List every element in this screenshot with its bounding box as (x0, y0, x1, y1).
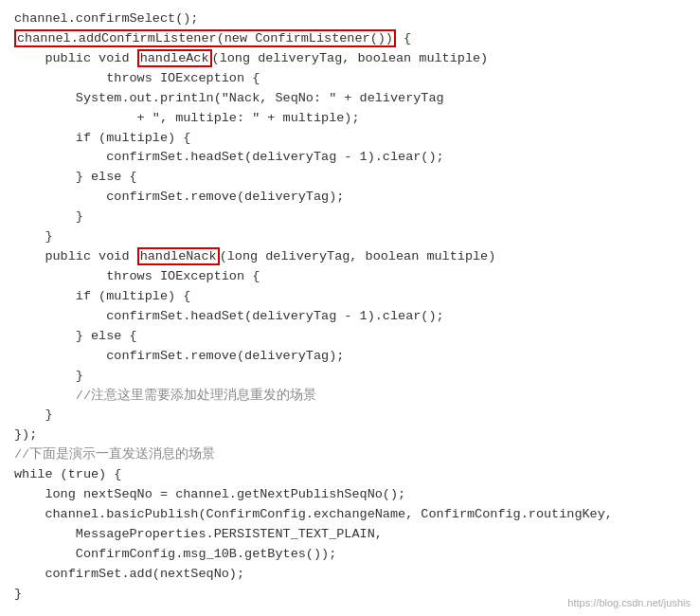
code-line-14: throws IOException { (14, 267, 686, 287)
code-line-20: //注意这里需要添加处理消息重发的场景 (14, 387, 686, 407)
code-line-11: } (14, 208, 686, 227)
code-line-22: }); (14, 426, 686, 445)
code-line-3: public void handleAck(long deliveryTag, … (14, 49, 686, 69)
code-line-26: channel.basicPublish(ConfirmConfig.excha… (14, 505, 686, 525)
code-line-6: + ", multiple: " + multiple); (14, 109, 686, 129)
code-line-8: confirmSet.headSet(deliveryTag - 1).clea… (14, 148, 686, 168)
code-line-28: ConfirmConfig.msg_10B.getBytes()); (14, 545, 686, 565)
code-line-18: confirmSet.remove(deliveryTag); (14, 347, 686, 367)
code-line-21: } (14, 406, 686, 426)
code-line-2: channel.addConfirmListener(new ConfirmLi… (14, 29, 686, 49)
code-line-15: if (multiple) { (14, 287, 686, 307)
code-line-12: } (14, 227, 686, 247)
code-line-1: channel.confirmSelect(); (14, 9, 686, 29)
code-line-27: MessageProperties.PERSISTENT_TEXT_PLAIN, (14, 525, 686, 545)
code-line-23: //下面是演示一直发送消息的场景 (14, 445, 686, 465)
code-line-29: confirmSet.add(nextSeqNo); (14, 565, 686, 585)
code-line-25: long nextSeqNo = channel.getNextPublishS… (14, 485, 686, 505)
code-line-4: throws IOException { (14, 69, 686, 89)
highlight-handlenack: handleNack (137, 247, 220, 265)
highlight-addconfirmlistener: channel.addConfirmListener(new ConfirmLi… (14, 29, 396, 47)
code-line-19: } (14, 367, 686, 387)
code-line-16: confirmSet.headSet(deliveryTag - 1).clea… (14, 307, 686, 327)
code-line-10: confirmSet.remove(deliveryTag); (14, 188, 686, 208)
code-line-9: } else { (14, 168, 686, 188)
code-line-17: } else { (14, 327, 686, 347)
watermark: https://blog.csdn.net/jushis (567, 597, 691, 608)
code-line-24: while (true) { (14, 465, 686, 485)
code-line-13: public void handleNack(long deliveryTag,… (14, 247, 686, 267)
highlight-handleack: handleAck (137, 49, 212, 67)
code-line-7: if (multiple) { (14, 129, 686, 149)
code-line-5: System.out.println("Nack, SeqNo: " + del… (14, 89, 686, 109)
code-container: channel.confirmSelect(); channel.addConf… (0, 0, 700, 616)
